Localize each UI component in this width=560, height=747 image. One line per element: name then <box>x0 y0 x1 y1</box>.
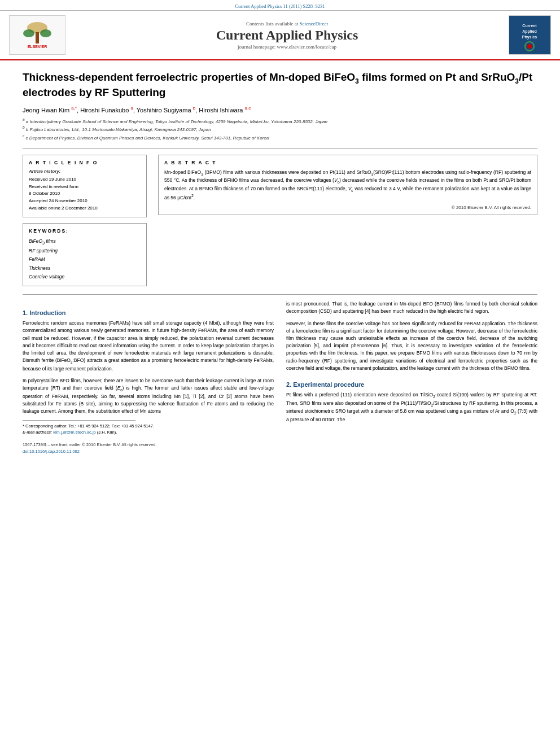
science-direct-notice: Contents lists available at ScienceDirec… <box>77 21 497 27</box>
science-direct-link[interactable]: ScienceDirect <box>300 21 328 27</box>
abstract-copyright: © 2010 Elsevier B.V. All rights reserved… <box>164 205 531 210</box>
article-history-label: Article history: <box>29 169 141 174</box>
svg-point-10 <box>527 44 532 49</box>
abstract-text: Mn-doped BiFeO3 (BFMO) films with variou… <box>164 169 531 202</box>
abstract-title: A B S T R A C T <box>164 160 531 165</box>
svg-text:ELSEVIER: ELSEVIER <box>28 45 47 49</box>
keywords-title: Keywords: <box>29 228 141 234</box>
journal-citation-bar: Current Applied Physics 11 (2011) S228–S… <box>0 0 560 11</box>
elsevier-tree-icon: ELSEVIER <box>15 21 60 49</box>
section1-right-para2: However, in these films the coercive vol… <box>286 320 537 372</box>
footnote-separator <box>23 420 135 421</box>
section1-right-para1: is most pronounced. That is, the leakage… <box>286 300 537 315</box>
journal-main-title: Current Applied Physics <box>77 28 497 43</box>
article-title: Thickness-dependent ferroelectric proper… <box>23 71 537 100</box>
section1-para1: Ferroelectric random access memories (Fe… <box>23 320 274 373</box>
journal-right-logo: Current Applied Physics <box>509 15 551 55</box>
body-left-col: 1. Introduction Ferroelectric random acc… <box>23 300 274 454</box>
body-content: 1. Introduction Ferroelectric random acc… <box>23 300 537 454</box>
email-link[interactable]: kim.j.af@m.titech.ac.jp <box>53 430 96 435</box>
keywords-list: BiFeO3 films RF sputtering FeRAM Thickne… <box>29 237 141 282</box>
svg-text:Current: Current <box>522 24 537 28</box>
affiliations: a a Interdisciplinary Graduate School of… <box>23 117 537 142</box>
journal-citation-text: Current Applied Physics 11 (2011) S228–S… <box>235 3 325 9</box>
cap-logo-icon: Current Applied Physics <box>511 17 548 54</box>
journal-homepage-url: journal homepage: www.elsevier.com/locat… <box>77 44 497 50</box>
doi-text: doi:10.1016/j.cap.2010.11.062 <box>23 449 274 454</box>
info-abstract-row: A R T I C L E I N F O Article history: R… <box>23 155 537 287</box>
section1-para2: In polycrystalline BFO films, however, t… <box>23 377 274 415</box>
page: Current Applied Physics 11 (2011) S228–S… <box>0 0 560 747</box>
left-column: A R T I C L E I N F O Article history: R… <box>23 155 147 287</box>
right-column-abstract: A B S T R A C T Mn-doped BiFeO3 (BFMO) f… <box>158 155 537 287</box>
svg-point-2 <box>40 29 51 37</box>
keywords-box: Keywords: BiFeO3 films RF sputtering FeR… <box>23 223 147 287</box>
elsevier-logo-left: ELSEVIER <box>9 15 65 55</box>
authors-line: Jeong Hwan Kim a,*, Hiroshi Funakubo a, … <box>23 106 537 113</box>
footnote-corresponding: * Corresponding author. Tel.: +81 45 924… <box>23 423 274 436</box>
issn-text: 1567-1739/$ – see front matter © 2010 El… <box>23 442 274 447</box>
article-dates: Received 19 June 2010 Received in revise… <box>29 176 141 212</box>
svg-text:Applied: Applied <box>522 29 537 34</box>
footer-issn-area: 1567-1739/$ – see front matter © 2010 El… <box>23 442 274 454</box>
section2-title: 2. Experimental procedure <box>286 381 537 388</box>
svg-rect-3 <box>36 32 39 43</box>
section1-title: 1. Introduction <box>23 309 274 316</box>
svg-point-1 <box>23 29 34 37</box>
divider-1 <box>23 148 537 149</box>
journal-title-area: Contents lists available at ScienceDirec… <box>65 21 509 50</box>
section2-para1: Pt films with a preferred (111) orientat… <box>286 391 537 423</box>
divider-2 <box>23 294 537 295</box>
body-right-col: is most pronounced. That is, the leakage… <box>286 300 537 454</box>
article-info-box: A R T I C L E I N F O Article history: R… <box>23 155 147 217</box>
abstract-box: A B S T R A C T Mn-doped BiFeO3 (BFMO) f… <box>158 155 537 215</box>
main-content: Thickness-dependent ferroelectric proper… <box>0 60 560 464</box>
journal-header: ELSEVIER Contents lists available at Sci… <box>0 11 560 60</box>
svg-text:Physics: Physics <box>522 35 537 40</box>
article-info-title: A R T I C L E I N F O <box>29 160 141 165</box>
